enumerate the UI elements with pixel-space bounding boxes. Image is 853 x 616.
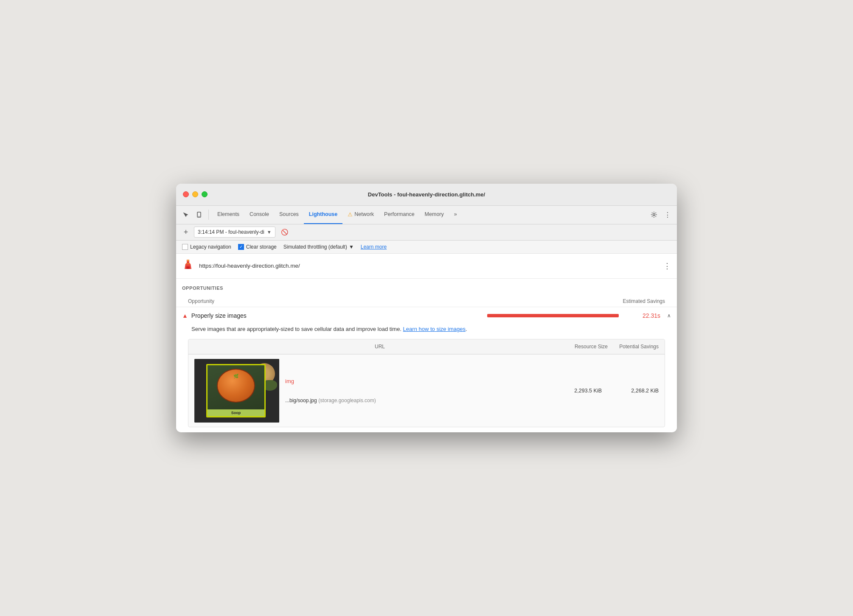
details-col-savings: Potential Savings [608,344,659,350]
svg-rect-5 [186,266,190,269]
session-dropdown-icon[interactable]: ▼ [267,230,272,235]
tab-performance[interactable]: Performance [379,205,420,224]
throttle-chevron-icon: ▼ [349,244,354,250]
svg-point-2 [653,214,655,216]
legacy-navigation-checkbox[interactable] [182,244,188,250]
title-bar: DevTools - foul-heavenly-direction.glitc… [176,184,677,206]
options-bar: Legacy navigation ✓ Clear storage Simula… [176,241,677,254]
opportunity-collapse-icon[interactable]: ∧ [667,313,671,319]
close-button[interactable] [183,191,189,197]
detail-tag: img [285,378,553,384]
svg-rect-1 [199,216,200,217]
details-header: URL Resource Size Potential Savings [188,339,665,354]
site-header: https://foul-heavenly-direction.glitch.m… [176,254,677,279]
col-opportunity-header: Opportunity [188,298,623,304]
address-bar: + 3:14:14 PM - foul-heavenly-di ▼ 🚫 [176,224,677,241]
clear-storage-checkbox[interactable]: ✓ [238,244,244,250]
lighthouse-brand-icon [182,259,194,273]
network-warning-icon: ⚠ [348,211,353,218]
tab-sources[interactable]: Sources [274,205,304,224]
legacy-navigation-wrap[interactable]: Legacy navigation [182,244,231,250]
opportunity-header: ▲ Properly size images 22.31s ∧ [182,312,671,319]
session-value: 3:14:14 PM - foul-heavenly-di [198,229,264,235]
opportunities-title: OPPORTUNITIES [182,286,671,291]
opportunity-savings-bar [487,314,619,317]
session-input[interactable]: 3:14:14 PM - foul-heavenly-di ▼ [194,227,275,238]
main-content: https://foul-heavenly-direction.glitch.m… [176,254,677,433]
details-col-url: URL [194,344,565,350]
tab-console[interactable]: Console [244,205,274,224]
opportunity-warning-icon: ▲ [182,312,188,319]
opportunity-description: Serve images that are appropriately-size… [191,325,671,333]
detail-filename: ...big/soop.jpg [285,398,317,403]
cursor-tool-icon[interactable] [180,209,191,221]
opportunity-bar-container [487,314,631,317]
minimize-button[interactable] [192,191,198,197]
opportunity-item: ▲ Properly size images 22.31s ∧ Serve im… [176,307,677,433]
detail-url-col: img ...big/soop.jpg (storage.googleapis.… [285,378,553,403]
detail-origin: (storage.googleapis.com) [318,398,376,403]
site-url: https://foul-heavenly-direction.glitch.m… [199,263,658,269]
svg-rect-6 [186,263,190,264]
detail-potential-savings: 2,268.2 KiB [608,388,659,394]
col-savings-header: Estimated Savings [623,298,665,304]
tab-list: Elements Console Sources Lighthouse ⚠ Ne… [212,205,646,224]
tab-memory[interactable]: Memory [420,205,449,224]
tab-lighthouse[interactable]: Lighthouse [304,205,342,224]
devtools-window: DevTools - foul-heavenly-direction.glitc… [176,184,677,433]
clear-storage-wrap[interactable]: ✓ Clear storage [238,244,277,250]
toolbar-actions: ⋮ [648,209,673,221]
detail-resource-size: 2,293.5 KiB [559,388,602,394]
legacy-navigation-label: Legacy navigation [190,244,231,250]
throttle-label: Simulated throttling (default) [283,244,347,250]
opportunity-savings-time: 22.31s [635,312,660,319]
site-more-icon[interactable]: ⋮ [663,261,671,271]
details-row: 🌿 Soop img ...big/soop.jpg (storage.goog… [188,354,665,427]
more-tabs-icon: » [454,211,457,217]
add-session-button[interactable]: + [181,227,191,237]
customize-devtools-icon[interactable]: ⋮ [662,209,673,221]
image-preview: 🌿 Soop [194,359,279,423]
session-block-icon[interactable]: 🚫 [279,226,291,238]
traffic-lights [183,191,208,197]
tab-network[interactable]: ⚠ Network [342,205,379,224]
window-title: DevTools - foul-heavenly-direction.glitc… [368,191,485,198]
tab-elements[interactable]: Elements [212,205,244,224]
tab-more[interactable]: » [449,205,462,224]
learn-more-link[interactable]: Learn more [361,244,387,250]
throttle-dropdown[interactable]: Simulated throttling (default) ▼ [283,244,354,250]
maximize-button[interactable] [202,191,208,197]
svg-rect-7 [187,260,189,261]
learn-how-link[interactable]: Learn how to size images [403,326,466,332]
settings-icon[interactable] [648,209,660,221]
opportunity-title: Properly size images [191,312,484,319]
table-header: Opportunity Estimated Savings [182,296,671,307]
mobile-tool-icon[interactable] [193,209,205,221]
clear-storage-label: Clear storage [246,244,277,250]
toolbar-divider [208,210,209,220]
toolbar: Elements Console Sources Lighthouse ⚠ Ne… [176,206,677,224]
details-col-resource: Resource Size [565,344,608,350]
details-table: URL Resource Size Potential Savings [188,339,665,427]
opportunities-section: OPPORTUNITIES Opportunity Estimated Savi… [176,279,677,307]
